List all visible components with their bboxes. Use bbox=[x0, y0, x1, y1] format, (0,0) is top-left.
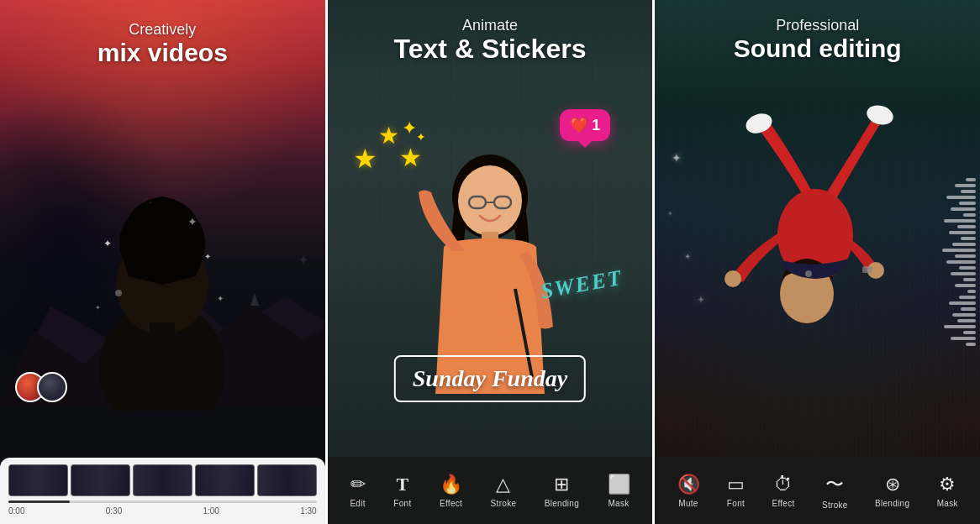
stroke-label-3: Stroke bbox=[822, 500, 848, 510]
color-dot-dark[interactable] bbox=[37, 372, 67, 402]
clip-3[interactable] bbox=[133, 464, 192, 496]
panel-mix-videos: ✦ ✦ · ✦ ✦ ✦ ✦ ✦ ✦ ✦ · ✦ Creatively mix v… bbox=[0, 0, 325, 524]
effect-icon: 🔥 bbox=[440, 474, 462, 495]
blending-icon: ⊞ bbox=[554, 474, 569, 495]
stroke-icon: △ bbox=[496, 474, 510, 495]
panel-3-header: Professional Sound editing bbox=[655, 0, 980, 71]
stroke-label: Stroke bbox=[491, 499, 517, 508]
mask-icon-3: ⚙ bbox=[939, 474, 956, 495]
tool-stroke-3[interactable]: 〜 Stroke bbox=[822, 472, 848, 510]
panel-3-title: Sound editing bbox=[672, 34, 963, 62]
timeline-area: 0:00 0:30 1:00 1:30 bbox=[0, 458, 325, 524]
panel-1-content: Creatively mix videos bbox=[0, 0, 325, 524]
tool-effect[interactable]: 🔥 Effect bbox=[440, 474, 462, 508]
timestamp-2: 1:00 bbox=[203, 506, 219, 516]
panel-2-header: Animate Text & Stickers bbox=[328, 0, 653, 72]
font-icon-3: ▭ bbox=[727, 474, 745, 495]
bg-sparkle-3: ✦ bbox=[667, 210, 673, 217]
font-icon: T bbox=[397, 474, 409, 495]
heart-icon: ❤️ bbox=[570, 116, 588, 134]
tool-edit[interactable]: ✏ Edit bbox=[350, 474, 365, 508]
panel-sound-editing: Professional Sound editing ✦ ✦ ✦ ✦ bbox=[652, 0, 980, 524]
star-bottom-right: ★ bbox=[399, 143, 422, 172]
toolbar-3: 🔇 Mute ▭ Font ⏱ Effect 〜 Stroke ⊛ Blendi… bbox=[655, 457, 980, 524]
panel-2-content: Animate Text & Stickers bbox=[328, 0, 653, 524]
tool-stroke[interactable]: △ Stroke bbox=[491, 474, 517, 508]
tool-mask[interactable]: ⬜ Mask bbox=[608, 474, 630, 508]
tool-blending[interactable]: ⊞ Blending bbox=[545, 474, 579, 508]
stars-sticker: ★ ★ ★ ✦ ✦ bbox=[353, 118, 429, 185]
blending-label: Blending bbox=[545, 499, 579, 508]
star-sparkle: ✦ bbox=[402, 118, 417, 139]
mute-label: Mute bbox=[678, 499, 698, 508]
tool-font[interactable]: T Font bbox=[393, 474, 411, 508]
star-top-middle: ★ bbox=[378, 122, 399, 149]
panel-1-title: mix videos bbox=[17, 39, 308, 66]
effect-label-3: Effect bbox=[772, 499, 794, 508]
heart-count: 1 bbox=[592, 117, 600, 134]
blending-icon-3: ⊛ bbox=[885, 474, 900, 495]
color-picker[interactable] bbox=[15, 372, 67, 402]
tool-mask-3[interactable]: ⚙ Mask bbox=[937, 474, 958, 508]
bg-sparkle-1: ✦ bbox=[672, 151, 682, 165]
tool-effect-3[interactable]: ⏱ Effect bbox=[772, 474, 794, 508]
timeline-labels: 0:00 0:30 1:00 1:30 bbox=[8, 506, 317, 516]
mask-label-3: Mask bbox=[937, 499, 958, 508]
timestamp-3: 1:30 bbox=[300, 506, 316, 516]
text-overlay[interactable]: Sunday Funday bbox=[394, 355, 586, 402]
effect-label: Effect bbox=[440, 499, 462, 508]
clip-5[interactable] bbox=[257, 464, 317, 496]
bg-sparkle-2: ✦ bbox=[684, 252, 691, 261]
panel-2-title: Text & Stickers bbox=[345, 34, 636, 64]
star-sparkle-2: ✦ bbox=[416, 130, 426, 144]
panel-3-content: Professional Sound editing bbox=[655, 0, 980, 524]
clip-2[interactable] bbox=[71, 464, 130, 496]
font-label-3: Font bbox=[727, 499, 745, 508]
toolbar-2: ✏ Edit T Font 🔥 Effect △ Stroke ⊞ Blendi… bbox=[328, 457, 653, 524]
edit-label: Edit bbox=[350, 499, 365, 508]
timeline-clips bbox=[8, 464, 317, 496]
panel-2-subtitle: Animate bbox=[345, 17, 636, 34]
tool-blending-3[interactable]: ⊛ Blending bbox=[875, 474, 909, 508]
timestamp-0: 0:00 bbox=[8, 506, 24, 516]
heart-notification-sticker: ❤️ 1 bbox=[560, 109, 610, 141]
clip-1[interactable] bbox=[8, 464, 68, 496]
timestamp-1: 0:30 bbox=[106, 506, 122, 516]
star-group: ★ ★ ★ ✦ ✦ bbox=[353, 118, 429, 185]
edit-icon: ✏ bbox=[350, 474, 366, 495]
blending-label-3: Blending bbox=[875, 499, 909, 508]
star-bottom-left: ★ bbox=[353, 143, 377, 175]
font-label: Font bbox=[393, 499, 411, 508]
stroke-icon-3: 〜 bbox=[825, 472, 844, 497]
mask-label: Mask bbox=[608, 499, 629, 508]
panel-1-header: Creatively mix videos bbox=[0, 0, 325, 75]
clip-4[interactable] bbox=[195, 464, 255, 496]
tool-font-3[interactable]: ▭ Font bbox=[727, 474, 745, 508]
timeline-track[interactable] bbox=[8, 500, 317, 503]
bg-sparkle-4: ✦ bbox=[697, 294, 705, 306]
panel-3-subtitle: Professional bbox=[672, 17, 963, 34]
tool-mute[interactable]: 🔇 Mute bbox=[677, 474, 700, 508]
panel-text-stickers: Animate Text & Stickers ★ ★ ★ ✦ ✦ ❤️ 1 bbox=[325, 0, 653, 524]
panel-1-subtitle: Creatively bbox=[17, 21, 308, 39]
mute-icon: 🔇 bbox=[677, 474, 700, 495]
effect-icon-3: ⏱ bbox=[774, 474, 793, 495]
mask-icon: ⬜ bbox=[608, 474, 630, 495]
